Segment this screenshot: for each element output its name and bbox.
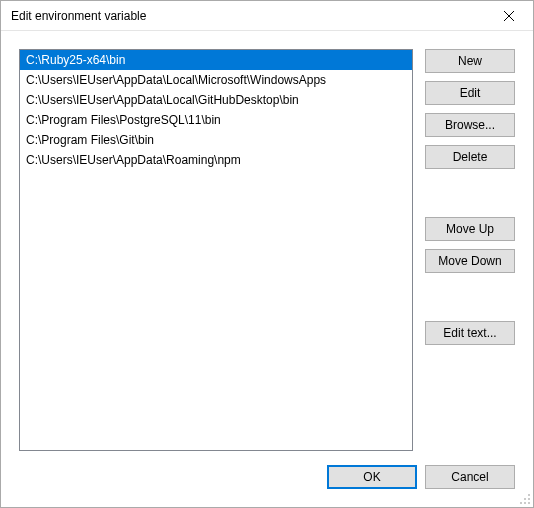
browse-button[interactable]: Browse... xyxy=(425,113,515,137)
edit-text-button[interactable]: Edit text... xyxy=(425,321,515,345)
side-buttons: New Edit Browse... Delete Move Up Move D… xyxy=(425,49,515,451)
dialog-body: C:\Ruby25-x64\binC:\Users\IEUser\AppData… xyxy=(1,31,533,451)
window-title: Edit environment variable xyxy=(11,9,146,23)
path-list-item[interactable]: C:\Program Files\PostgreSQL\11\bin xyxy=(20,110,412,130)
move-up-button[interactable]: Move Up xyxy=(425,217,515,241)
button-spacer xyxy=(425,177,515,209)
new-button[interactable]: New xyxy=(425,49,515,73)
cancel-button[interactable]: Cancel xyxy=(425,465,515,489)
path-listbox[interactable]: C:\Ruby25-x64\binC:\Users\IEUser\AppData… xyxy=(19,49,413,451)
edit-button[interactable]: Edit xyxy=(425,81,515,105)
path-list-item[interactable]: C:\Program Files\Git\bin xyxy=(20,130,412,150)
close-icon xyxy=(504,11,514,21)
move-down-button[interactable]: Move Down xyxy=(425,249,515,273)
dialog-footer: OK Cancel xyxy=(1,451,533,507)
close-button[interactable] xyxy=(487,2,531,30)
ok-button[interactable]: OK xyxy=(327,465,417,489)
button-spacer xyxy=(425,281,515,313)
titlebar: Edit environment variable xyxy=(1,1,533,31)
path-list-item[interactable]: C:\Users\IEUser\AppData\Local\GitHubDesk… xyxy=(20,90,412,110)
path-list-item[interactable]: C:\Users\IEUser\AppData\Roaming\npm xyxy=(20,150,412,170)
delete-button[interactable]: Delete xyxy=(425,145,515,169)
path-list-item[interactable]: C:\Users\IEUser\AppData\Local\Microsoft\… xyxy=(20,70,412,90)
dialog-window: Edit environment variable C:\Ruby25-x64\… xyxy=(0,0,534,508)
path-list-item[interactable]: C:\Ruby25-x64\bin xyxy=(20,50,412,70)
